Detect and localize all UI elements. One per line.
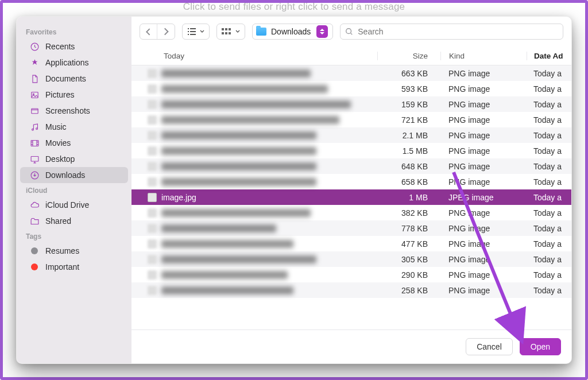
sidebar-item-label: Shared bbox=[45, 216, 71, 226]
svg-point-5 bbox=[36, 127, 37, 129]
screenshots-icon bbox=[29, 106, 40, 116]
table-row[interactable]: 258 KBPNG imageToday a bbox=[131, 282, 571, 298]
sidebar-item-screenshots[interactable]: Screenshots bbox=[20, 103, 128, 119]
cell-size: 721 KB bbox=[377, 115, 440, 125]
file-icon bbox=[148, 193, 157, 202]
file-name-redacted bbox=[161, 271, 288, 279]
cell-kind: PNG image bbox=[440, 69, 527, 78]
sidebar-item-music[interactable]: Music bbox=[20, 119, 128, 135]
table-row[interactable]: 1.5 MBPNG imageToday a bbox=[131, 143, 571, 158]
cell-kind: PNG image bbox=[440, 286, 527, 295]
nav-back-button[interactable] bbox=[140, 24, 157, 39]
svg-rect-13 bbox=[225, 32, 227, 34]
tag-icon bbox=[29, 262, 40, 272]
view-list-button[interactable] bbox=[182, 24, 210, 40]
background-hint-text: Click to send files or right click to se… bbox=[183, 1, 405, 13]
search-field[interactable] bbox=[340, 24, 563, 40]
sidebar-item-label: Downloads bbox=[45, 170, 85, 180]
sidebar-item-movies[interactable]: Movies bbox=[20, 135, 128, 151]
file-list: 663 KBPNG imageToday a593 KBPNG imageTod… bbox=[131, 65, 571, 329]
sidebar-item-downloads[interactable]: Downloads bbox=[20, 167, 128, 183]
applications-icon bbox=[29, 57, 40, 68]
cell-date: Today a bbox=[527, 177, 571, 187]
table-header: Today Size Kind Date Ad bbox=[131, 47, 571, 65]
file-name-redacted bbox=[161, 209, 311, 217]
cell-kind: PNG image bbox=[440, 146, 527, 156]
sidebar-item-important[interactable]: Important bbox=[20, 259, 128, 275]
documents-icon bbox=[29, 73, 40, 84]
column-header-date[interactable]: Date Ad bbox=[527, 52, 571, 60]
table-row[interactable]: image.jpg1 MBJPEG imageToday a bbox=[131, 189, 571, 205]
file-icon bbox=[148, 286, 157, 295]
cell-date: Today a bbox=[527, 69, 571, 78]
file-icon bbox=[148, 146, 157, 156]
table-row[interactable]: 477 KBPNG imageToday a bbox=[131, 236, 571, 251]
table-row[interactable]: 663 KBPNG imageToday a bbox=[131, 65, 571, 81]
chevron-updown-icon bbox=[316, 25, 328, 38]
pictures-icon bbox=[29, 90, 40, 100]
cell-size: 159 KB bbox=[377, 100, 440, 109]
sidebar-item-label: Desktop bbox=[45, 154, 75, 164]
svg-rect-10 bbox=[225, 28, 227, 30]
open-button[interactable]: Open bbox=[520, 338, 561, 355]
file-icon bbox=[148, 239, 157, 249]
nav-back-forward bbox=[140, 24, 175, 40]
sidebar-section-label: Tags bbox=[17, 229, 131, 243]
cell-date: Today a bbox=[527, 255, 571, 264]
column-header-name[interactable]: Today bbox=[131, 52, 377, 60]
dialog-footer: Cancel Open bbox=[131, 329, 571, 363]
shared-icon bbox=[29, 216, 40, 226]
tag-icon bbox=[29, 246, 40, 256]
file-name-redacted bbox=[161, 286, 293, 294]
cell-size: 2.1 MB bbox=[377, 131, 440, 140]
cancel-button[interactable]: Cancel bbox=[466, 338, 513, 355]
file-icon bbox=[148, 131, 157, 140]
svg-rect-1 bbox=[31, 92, 37, 98]
sidebar-item-icloud-drive[interactable]: iCloud Drive bbox=[20, 197, 128, 213]
sidebar-item-desktop[interactable]: Desktop bbox=[20, 151, 128, 167]
file-icon bbox=[148, 162, 157, 171]
table-row[interactable]: 648 KBPNG imageToday a bbox=[131, 158, 571, 174]
table-row[interactable]: 305 KBPNG imageToday a bbox=[131, 251, 571, 267]
cell-size: 1 MB bbox=[377, 193, 440, 202]
sidebar-item-documents[interactable]: Documents bbox=[20, 71, 128, 87]
table-row[interactable]: 2.1 MBPNG imageToday a bbox=[131, 127, 571, 143]
search-input[interactable] bbox=[357, 26, 558, 37]
table-row[interactable]: 382 KBPNG imageToday a bbox=[131, 205, 571, 220]
sidebar-item-label: Pictures bbox=[45, 90, 75, 99]
table-row[interactable]: 778 KBPNG imageToday a bbox=[131, 220, 571, 236]
table-row[interactable]: 159 KBPNG imageToday a bbox=[131, 96, 571, 112]
nav-forward-button[interactable] bbox=[157, 24, 175, 39]
sidebar-item-resumes[interactable]: Resumes bbox=[20, 243, 128, 259]
cell-size: 778 KB bbox=[377, 224, 440, 233]
table-row[interactable]: 593 KBPNG imageToday a bbox=[131, 81, 571, 96]
sidebar-item-recents[interactable]: Recents bbox=[20, 38, 128, 55]
cell-date: Today a bbox=[527, 115, 571, 125]
cell-date: Today a bbox=[527, 131, 571, 140]
group-by-button[interactable] bbox=[216, 24, 245, 40]
file-name-redacted bbox=[161, 69, 311, 77]
file-icon bbox=[148, 69, 157, 78]
cell-size: 663 KB bbox=[377, 69, 440, 78]
sidebar-item-shared[interactable]: Shared bbox=[20, 213, 128, 229]
file-icon bbox=[148, 255, 157, 264]
file-icon bbox=[148, 270, 157, 280]
column-header-size[interactable]: Size bbox=[377, 52, 440, 60]
cell-size: 658 KB bbox=[377, 177, 440, 187]
location-popup[interactable]: Downloads bbox=[252, 24, 333, 40]
cell-kind: PNG image bbox=[440, 100, 527, 109]
sidebar-item-label: Music bbox=[45, 122, 67, 131]
cell-kind: PNG image bbox=[440, 177, 527, 187]
sidebar-item-applications[interactable]: Applications bbox=[20, 55, 128, 71]
file-name-redacted bbox=[161, 162, 316, 170]
table-row[interactable]: 658 KBPNG imageToday a bbox=[131, 174, 571, 189]
movies-icon bbox=[29, 138, 40, 148]
cell-kind: JPEG image bbox=[440, 193, 527, 202]
table-row[interactable]: 721 KBPNG imageToday a bbox=[131, 112, 571, 127]
table-row[interactable]: 290 KBPNG imageToday a bbox=[131, 267, 571, 282]
column-header-kind[interactable]: Kind bbox=[440, 52, 527, 60]
main-panel: Downloads Today Size Kind Date Ad 663 KB… bbox=[131, 17, 571, 363]
sidebar-item-pictures[interactable]: Pictures bbox=[20, 87, 128, 103]
desktop-icon bbox=[29, 154, 40, 164]
cell-kind: PNG image bbox=[440, 208, 527, 218]
